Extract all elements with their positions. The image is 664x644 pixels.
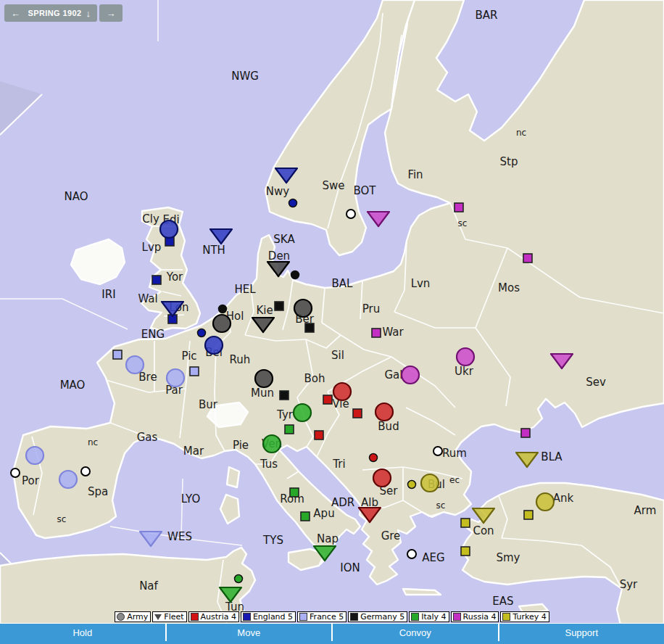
unit-germany-army-mun[interactable] — [255, 370, 273, 387]
province-label-nwy: Nwy — [266, 185, 289, 198]
supply-center-mun-germany — [280, 391, 289, 400]
legend-item-army: Army — [115, 611, 151, 622]
phase-dropdown-icon[interactable]: ↓ — [86, 8, 91, 19]
sea-label-bot: BOT — [354, 184, 377, 197]
legend-label: Germany 5 — [360, 612, 404, 622]
supply-center-bel-england — [198, 329, 206, 337]
province-label-lvn: Lvn — [411, 277, 431, 290]
power-color-swatch — [502, 613, 510, 621]
unit-austria-army-ser[interactable] — [373, 469, 391, 487]
toolbar-bottom-strip — [0, 641, 664, 644]
supply-center-nwy-england — [289, 199, 297, 207]
legend-label: Turkey 4 — [512, 612, 546, 622]
unit-france-army-bre[interactable] — [126, 356, 144, 373]
unit-france-army-por[interactable] — [26, 447, 43, 464]
unit-turkey-army-ank[interactable] — [536, 493, 554, 511]
supply-center-ank-turkey — [524, 511, 533, 519]
supply-center-hol-germany — [219, 305, 227, 313]
coast-label-sc: sc — [436, 500, 446, 511]
power-color-swatch — [411, 613, 419, 621]
province-label-con: Con — [473, 524, 494, 537]
coast-label-ec: ec — [449, 475, 460, 485]
unit-italy-army-tyr[interactable] — [294, 404, 311, 421]
province-label-syr: Syr — [620, 578, 638, 591]
sea-label-nth: NTH — [202, 244, 225, 257]
sea-label-lyo: LYO — [181, 492, 201, 505]
unit-austria-army-bud[interactable] — [375, 403, 393, 421]
unit-russia-army-ukr[interactable] — [457, 348, 474, 366]
supply-center-rum-neutral — [433, 447, 442, 455]
unit-germany-army-hol[interactable] — [213, 315, 231, 332]
province-label-apu: Apu — [313, 507, 334, 520]
legend-item-turkey-4: Turkey 4 — [500, 611, 549, 622]
supply-center-por-neutral — [11, 468, 20, 477]
province-label-fin: Fin — [407, 168, 423, 181]
province-label-mun: Mun — [251, 387, 274, 400]
province-label-tus: Tus — [260, 458, 278, 471]
supply-center-war-russia — [372, 329, 381, 337]
europe-map[interactable]: BARNWGNAONTHSKABOTBALHELIRIENGMAOLYOWEST… — [0, 0, 664, 644]
province-label-gre: Gre — [381, 529, 401, 542]
supply-center-ven-italy — [285, 425, 294, 434]
hold-order-button[interactable]: Hold — [0, 624, 165, 641]
unit-france-army-spa[interactable] — [59, 471, 77, 488]
supply-center-smy-turkey — [461, 547, 470, 556]
province-label-swe: Swe — [322, 179, 344, 192]
province-label-sil: Sil — [331, 349, 344, 362]
legend-label: England 5 — [253, 612, 293, 622]
next-phase-button[interactable]: → — [99, 4, 122, 22]
province-label-war: War — [382, 326, 404, 339]
phase-selector[interactable]: ← SPRING 1902 ↓ — [4, 4, 97, 22]
sea-label-hel: HEL — [234, 283, 256, 296]
supply-center-nap-italy — [301, 512, 310, 521]
legend-item-england-5: England 5 — [241, 611, 296, 622]
convoy-order-button[interactable]: Convoy — [333, 624, 498, 641]
unit-italy-army-ven[interactable] — [263, 435, 281, 453]
legend-label: France 5 — [310, 612, 344, 622]
supply-center-tun-italy — [235, 575, 243, 583]
sea-label-bar: BAR — [476, 9, 498, 22]
legend-item-germany-5: Germany 5 — [348, 611, 407, 622]
order-toolbar: HoldMoveConvoySupport — [0, 623, 664, 644]
legend-item-france-5: France 5 — [297, 611, 346, 622]
supply-center-bre-france — [113, 350, 122, 359]
coast-label-sc: sc — [57, 514, 67, 524]
sea-label-mao: MAO — [60, 379, 86, 392]
unit-germany-army-ber[interactable] — [294, 300, 312, 317]
sea-label-ska: SKA — [273, 233, 295, 246]
province-label-wal: Wal — [138, 292, 157, 305]
power-color-swatch — [191, 613, 199, 621]
legend-label: Italy 4 — [421, 612, 446, 622]
supply-center-ser-austria — [370, 454, 378, 462]
unit-england-army-edi[interactable] — [160, 220, 178, 238]
previous-phase-icon[interactable]: ← — [11, 8, 20, 19]
province-label-boh: Boh — [304, 372, 325, 385]
legend-label: Russia 4 — [463, 612, 497, 622]
unit-russia-army-gal[interactable] — [402, 366, 419, 384]
province-label-nap: Nap — [317, 532, 339, 545]
province-label-spa: Spa — [88, 485, 108, 498]
sea-label-iri: IRI — [101, 288, 115, 301]
supply-center-spa-neutral — [81, 467, 90, 476]
province-label-bur: Bur — [199, 398, 218, 411]
unit-turkey-army-bul[interactable] — [421, 474, 439, 492]
supply-center-mos-russia — [523, 254, 532, 263]
sea-label-eas: EAS — [492, 595, 513, 608]
supply-center-bul-turkey — [408, 481, 416, 489]
move-order-button[interactable]: Move — [167, 624, 332, 641]
supply-center-tri-austria — [315, 431, 323, 439]
sea-label-ion: ION — [340, 561, 360, 574]
map-legend: ArmyFleetAustria 4England 5France 5Germa… — [0, 611, 664, 622]
unit-france-army-par[interactable] — [167, 369, 184, 387]
support-order-button[interactable]: Support — [499, 624, 664, 641]
fleet-icon — [154, 614, 162, 620]
sea-label-bal: BAL — [332, 277, 354, 290]
supply-center-lvp-england — [152, 276, 161, 284]
sea-label-bla: BLA — [541, 450, 563, 463]
unit-england-army-bel[interactable] — [205, 337, 223, 354]
coast-label-nc: nc — [516, 128, 526, 138]
coast-label-nc: nc — [88, 437, 98, 447]
next-phase-icon: → — [106, 8, 115, 19]
unit-austria-army-vie[interactable] — [333, 383, 351, 400]
supply-center-swe-neutral — [346, 210, 355, 218]
